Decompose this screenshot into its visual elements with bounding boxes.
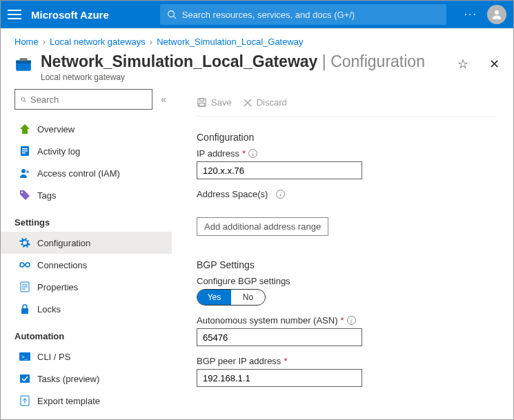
breadcrumb-home[interactable]: Home xyxy=(14,37,39,47)
sidebar-item-configuration[interactable]: Configuration xyxy=(1,232,172,254)
global-search[interactable] xyxy=(160,4,446,25)
breadcrumb-current[interactable]: Network_Simulation_Local_Gateway xyxy=(157,37,303,47)
connections-icon xyxy=(19,259,30,270)
access-control-icon xyxy=(19,168,30,179)
sidebar-item-label: Overview xyxy=(37,124,75,134)
sidebar-item-label: Configuration xyxy=(37,238,90,248)
bgp-peer-label: BGP peer IP address* xyxy=(197,356,497,366)
sidebar-search-input[interactable] xyxy=(30,94,146,105)
svg-point-14 xyxy=(26,170,29,173)
brand-label: Microsoft Azure xyxy=(31,9,109,21)
svg-point-17 xyxy=(26,263,30,267)
bgp-toggle-yes[interactable]: Yes xyxy=(197,290,231,305)
svg-rect-30 xyxy=(200,99,204,101)
breadcrumb: Home › Local network gateways › Network_… xyxy=(1,28,513,52)
sidebar-search[interactable] xyxy=(14,89,152,110)
more-icon[interactable]: ··· xyxy=(464,8,477,21)
svg-line-7 xyxy=(25,101,26,102)
bgp-toggle[interactable]: Yes No xyxy=(197,289,266,306)
sidebar-item-export[interactable]: Export template xyxy=(14,390,172,412)
asn-input[interactable] xyxy=(197,328,362,346)
overview-icon xyxy=(19,123,30,134)
sidebar-group-settings: Settings xyxy=(14,217,172,228)
search-icon xyxy=(21,95,26,104)
sidebar-item-activity-log[interactable]: Activity log xyxy=(14,140,172,162)
sidebar-item-tasks[interactable]: Tasks (preview) xyxy=(14,368,172,390)
sidebar-item-properties[interactable]: Properties xyxy=(14,276,172,298)
breadcrumb-lng[interactable]: Local network gateways xyxy=(50,37,146,47)
sidebar-item-label: Activity log xyxy=(37,146,80,157)
resource-type-label: Local network gateway xyxy=(41,72,449,82)
configure-bgp-label: Configure BGP settings xyxy=(197,276,497,286)
chevron-right-icon: › xyxy=(150,37,152,47)
info-icon[interactable]: i xyxy=(276,190,285,199)
info-icon[interactable]: i xyxy=(248,149,257,158)
command-bar: Save Discard xyxy=(197,89,497,117)
sidebar-item-cli[interactable]: >_ CLI / PS xyxy=(14,346,172,368)
sidebar-item-label: Tags xyxy=(37,190,56,201)
asn-label: Autonomous system number (ASN)*i xyxy=(197,315,497,326)
bgp-toggle-no[interactable]: No xyxy=(231,290,265,305)
sidebar-item-overview[interactable]: Overview xyxy=(14,118,172,140)
sidebar: « Overview Activity log Access control (… xyxy=(1,89,172,420)
title-bar: Network_Simulation_Local_Gateway | Confi… xyxy=(1,52,513,89)
svg-point-6 xyxy=(21,97,25,101)
svg-point-15 xyxy=(21,192,23,193)
discard-button[interactable]: Discard xyxy=(243,97,287,108)
svg-rect-10 xyxy=(22,148,28,150)
svg-point-13 xyxy=(21,169,26,173)
svg-rect-5 xyxy=(20,58,28,61)
address-spaces-label: Address Space(s) i xyxy=(197,189,497,199)
avatar[interactable] xyxy=(487,5,506,24)
tags-icon xyxy=(19,190,30,201)
collapse-icon[interactable]: « xyxy=(161,94,166,105)
sidebar-item-label: Connections xyxy=(37,260,87,270)
azure-topbar: Microsoft Azure ··· xyxy=(1,1,513,28)
discard-label: Discard xyxy=(257,97,287,108)
close-icon[interactable]: ✕ xyxy=(489,57,500,72)
svg-rect-31 xyxy=(199,103,205,106)
sidebar-item-connections[interactable]: Connections xyxy=(14,254,172,276)
svg-point-16 xyxy=(20,263,24,267)
config-heading: Configuration xyxy=(197,132,497,143)
sidebar-item-label: Tasks (preview) xyxy=(37,374,99,384)
favorite-icon[interactable]: ☆ xyxy=(457,57,468,72)
cli-icon: >_ xyxy=(19,351,30,362)
sidebar-item-label: Export template xyxy=(37,396,100,406)
page-title: Network_Simulation_Local_Gateway | Confi… xyxy=(41,52,449,71)
sidebar-item-label: Access control (IAM) xyxy=(37,168,120,179)
add-address-range-button[interactable]: Add additional address range xyxy=(197,217,328,236)
save-label: Save xyxy=(211,97,232,108)
global-search-input[interactable] xyxy=(182,10,439,20)
activity-log-icon xyxy=(19,146,30,157)
svg-rect-23 xyxy=(21,308,28,314)
discard-icon xyxy=(243,98,253,108)
save-icon xyxy=(197,97,207,108)
sidebar-item-tags[interactable]: Tags xyxy=(14,184,172,206)
sidebar-item-access-control[interactable]: Access control (IAM) xyxy=(14,162,172,184)
blade-section: Configuration xyxy=(330,52,425,70)
properties-icon xyxy=(19,281,30,292)
svg-text:>_: >_ xyxy=(21,354,28,360)
sidebar-item-label: CLI / PS xyxy=(37,352,70,362)
svg-point-2 xyxy=(495,10,499,14)
gear-icon xyxy=(19,237,30,248)
svg-rect-12 xyxy=(22,152,26,154)
save-button[interactable]: Save xyxy=(197,97,232,108)
tasks-icon xyxy=(19,373,30,384)
lock-icon xyxy=(19,303,30,314)
bgp-peer-input[interactable] xyxy=(197,369,362,387)
sidebar-item-label: Properties xyxy=(37,282,78,292)
svg-rect-26 xyxy=(20,374,30,383)
svg-marker-8 xyxy=(20,124,30,134)
resource-icon xyxy=(14,55,32,73)
ip-address-input[interactable] xyxy=(197,161,362,179)
info-icon[interactable]: i xyxy=(347,316,356,325)
resource-name: Network_Simulation_Local_Gateway xyxy=(41,52,317,70)
ip-address-label: IP address*i xyxy=(197,148,497,159)
svg-line-1 xyxy=(173,17,176,19)
hamburger-menu[interactable] xyxy=(8,10,21,19)
sidebar-item-locks[interactable]: Locks xyxy=(14,298,172,320)
chevron-right-icon: › xyxy=(43,37,46,47)
bgp-heading: BGP Settings xyxy=(197,259,497,270)
